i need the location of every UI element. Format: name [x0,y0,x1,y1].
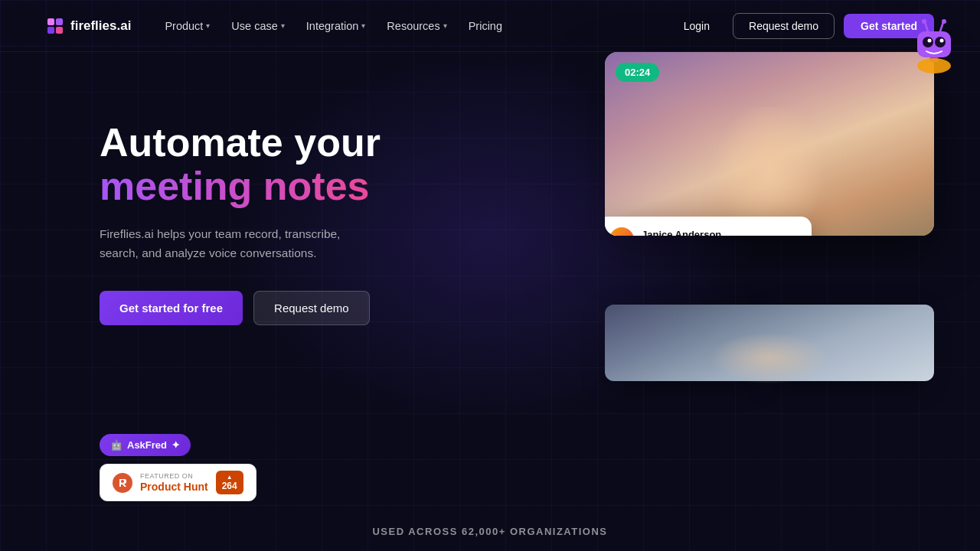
chat-name: Janice Anderson [642,229,721,236]
nav-integration[interactable]: Integration ▾ [297,15,375,37]
headline-line2: meeting notes [100,164,370,208]
sparkle-icon: ✦ [172,439,180,451]
ph-upvote-icon: ▲ [227,474,233,481]
footer-text: USED ACROSS 62,000+ ORGANIZATIONS [372,526,607,537]
logo-text: fireflies.ai [70,18,131,34]
chevron-down-icon: ▾ [281,21,285,30]
svg-rect-2 [47,27,54,34]
login-button[interactable]: Login [670,14,724,38]
ph-title: Product Hunt [140,481,208,493]
logo[interactable]: fireflies.ai [46,17,131,35]
ph-score-value: 264 [222,481,237,491]
svg-line-6 [940,22,943,31]
svg-rect-3 [56,27,63,34]
headline: Automate your meeting notes [100,121,452,208]
chevron-down-icon: ▾ [206,21,210,30]
ph-text: FEATURED ON Product Hunt [140,472,208,493]
svg-rect-0 [47,18,54,25]
headline-line1: Automate your [100,120,381,165]
request-demo-button-nav[interactable]: Request demo [733,13,835,39]
nav-resources[interactable]: Resources ▾ [377,15,456,37]
hero-buttons: Get started for free Request demo [100,291,452,325]
nav-right: Login Request demo Get started [670,13,934,39]
svg-rect-1 [56,18,63,25]
request-demo-button-hero[interactable]: Request demo [253,291,370,325]
svg-line-4 [925,22,928,31]
chevron-down-icon: ▾ [361,21,365,30]
ph-logo-icon [113,473,132,493]
svg-point-7 [942,19,946,24]
nav-pricing[interactable]: Pricing [459,15,511,37]
askfred-label: AskFred [127,439,167,451]
nav-product[interactable]: Product ▾ [155,15,219,37]
ph-featured-label: FEATURED ON [140,472,208,480]
chat-avatar: JA [609,227,634,236]
svg-point-9 [923,37,933,47]
get-started-free-button[interactable]: Get started for free [100,291,243,325]
badges-section: 🤖 AskFred ✦ FEATURED ON Product Hunt ▲ 2… [100,434,256,501]
svg-point-12 [940,39,944,43]
chat-bubble: JA Janice Anderson 1:21 I'll send out th… [605,217,812,236]
navigation: fireflies.ai Product ▾ Use case ▾ Integr… [0,0,980,52]
main-content: Automate your meeting notes Fireflies.ai… [0,52,980,325]
hero-description: Fireflies.ai helps your team record, tra… [100,225,360,263]
svg-point-5 [922,19,926,24]
askfred-badge[interactable]: 🤖 AskFred ✦ [100,434,191,456]
chevron-down-icon: ▾ [443,21,447,30]
svg-point-14 [917,58,951,73]
nav-links: Product ▾ Use case ▾ Integration ▾ Resou… [155,15,511,37]
logo-icon [46,17,64,35]
svg-point-10 [935,37,946,47]
nav-left: fireflies.ai Product ▾ Use case ▾ Integr… [46,15,511,37]
svg-point-20 [121,480,124,483]
chat-user-info: Janice Anderson 1:21 [642,229,721,236]
hero-section: Automate your meeting notes Fireflies.ai… [100,98,452,325]
svg-point-11 [928,39,932,43]
robot-mascot [903,18,965,79]
product-hunt-badge[interactable]: FEATURED ON Product Hunt ▲ 264 [100,464,256,501]
robot-icon: 🤖 [110,439,122,451]
chat-header: JA Janice Anderson 1:21 [609,227,799,236]
ph-score-badge: ▲ 264 [216,471,243,494]
nav-usecase[interactable]: Use case ▾ [222,15,293,37]
footer-organizations: USED ACROSS 62,000+ ORGANIZATIONS [0,526,980,537]
